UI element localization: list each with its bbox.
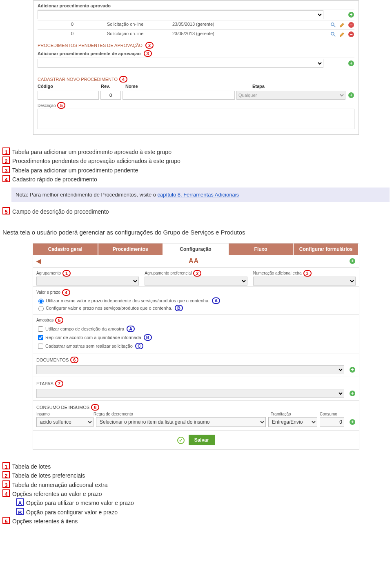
etapa-select[interactable]: Qualquer bbox=[236, 91, 345, 100]
amostra-check-a[interactable] bbox=[38, 326, 43, 332]
date-cell: 23/05/2013 (gerente) bbox=[172, 22, 246, 28]
legend2-num-1: 1 bbox=[2, 462, 10, 469]
consumo-qty-input[interactable] bbox=[320, 417, 344, 427]
callout-5b: 5 bbox=[55, 317, 63, 324]
svg-line-3 bbox=[334, 35, 335, 36]
legend2-letter-B: B bbox=[16, 508, 24, 515]
amostra-check-b[interactable] bbox=[38, 335, 43, 340]
nota-link[interactable]: capítulo 8. Ferramentas Adicionais bbox=[158, 192, 239, 198]
tab-fluxo[interactable]: Fluxo bbox=[229, 243, 294, 255]
origem-cell: Solicitação on-line bbox=[107, 22, 172, 28]
valor-optA-text: Utilizar mesmo valor e prazo independent… bbox=[46, 298, 209, 303]
callout-4b: 4 bbox=[62, 289, 70, 296]
plus-icon: + bbox=[348, 92, 354, 98]
plus-icon: + bbox=[348, 12, 354, 18]
legend2-itemA: Opção para utilizar o mesmo valor e praz… bbox=[26, 500, 134, 506]
agrup-pref-select[interactable] bbox=[145, 277, 247, 286]
valor-prazo-label: Valor e prazo4 bbox=[36, 289, 356, 296]
legend2-item2: Tabela de lotes preferenciais bbox=[12, 472, 85, 479]
callout-3b: 3 bbox=[303, 270, 312, 277]
pendente-select[interactable] bbox=[38, 59, 323, 68]
add-pendente-text: Adicionar procedimento pendente de aprov… bbox=[38, 51, 140, 56]
callout-4: 4 bbox=[119, 76, 127, 83]
cadastrar-title-text: CADASTRAR NOVO PROCEDIMENTO bbox=[38, 77, 118, 82]
add-etapa-button[interactable]: + bbox=[349, 390, 356, 397]
table-row: 0 Solicitação on-line 23/05/2013 (gerent… bbox=[38, 20, 354, 29]
documentos-select[interactable] bbox=[36, 365, 344, 374]
save-button[interactable]: Salvar bbox=[189, 435, 215, 445]
callout-B: B bbox=[175, 305, 183, 311]
header-codigo: Código bbox=[38, 84, 101, 89]
consumo-h-insumo: Insumo bbox=[36, 412, 94, 416]
prev-arrow-icon[interactable]: ◀ bbox=[36, 258, 41, 264]
callout-2b: 2 bbox=[193, 270, 201, 277]
qty-cell: 0 bbox=[38, 31, 107, 38]
descricao-textarea[interactable] bbox=[38, 109, 354, 129]
plus-icon: + bbox=[350, 391, 355, 396]
amostras-label: Amostras5 bbox=[36, 317, 356, 324]
valor-optB-text: Configurar valor e prazo nos serviços/pr… bbox=[46, 306, 172, 310]
nome-input[interactable] bbox=[122, 91, 235, 100]
delete-button[interactable]: − bbox=[348, 22, 354, 28]
etapas-label: ETAPAS bbox=[36, 381, 53, 386]
legend1-item2: Procedimentos pendentes de aprovação adi… bbox=[12, 158, 180, 164]
consumo-regra-select[interactable]: Selecionar o primeiro item da lista gera… bbox=[96, 417, 266, 427]
callout-6: 6 bbox=[70, 357, 78, 363]
legend-2: 1Tabela de lotes 2Tabela de lotes prefer… bbox=[2, 462, 390, 526]
view-icon[interactable] bbox=[330, 22, 336, 28]
legend2-num-2: 2 bbox=[2, 471, 10, 478]
add-novo-button[interactable]: + bbox=[348, 92, 354, 98]
consumo-h-tram: Tramitação bbox=[271, 412, 320, 416]
group-title: AA bbox=[41, 257, 347, 265]
legend-num-2: 2 bbox=[2, 156, 10, 164]
num-extra-label: Numeração adicional extra3 bbox=[253, 270, 356, 277]
aprovado-select[interactable] bbox=[38, 10, 323, 19]
callout-8: 8 bbox=[91, 404, 99, 411]
legend2-item3: Tabela de numeração adicuonal extra bbox=[12, 482, 108, 488]
amostra-check-c[interactable] bbox=[38, 344, 43, 349]
tab-cadastro-geral[interactable]: Cadastro geral bbox=[33, 243, 98, 255]
callout-2: 2 bbox=[145, 42, 154, 49]
tab-procedimentos[interactable]: Procedimentos bbox=[98, 243, 164, 255]
amostra-a-text: Utilizar campo de descrição da amostra bbox=[45, 326, 124, 331]
tab-configuracao[interactable]: Configuração bbox=[163, 243, 229, 255]
add-aprovado-button[interactable]: + bbox=[348, 11, 354, 18]
add-pendente-button[interactable]: + bbox=[348, 60, 354, 67]
callout-5: 5 bbox=[57, 102, 65, 109]
num-extra-select[interactable] bbox=[253, 277, 356, 286]
pendentes-title-text: PROCEDIMENTOS PENDENTES DE APROVAÇÃO bbox=[38, 43, 143, 48]
legend2-item4: Opções referentes ao valor e prazo bbox=[12, 491, 102, 497]
header-etapa: Etapa bbox=[252, 84, 354, 89]
plus-icon: + bbox=[348, 60, 354, 66]
etapas-select[interactable] bbox=[36, 389, 344, 398]
legend-1: 1Tabela para adicionar um procedimento a… bbox=[2, 147, 390, 217]
consumo-insumo-select[interactable]: acido sulfurico bbox=[36, 417, 94, 427]
minus-icon: − bbox=[348, 22, 354, 28]
valor-radio-a[interactable] bbox=[38, 299, 44, 304]
descricao-label: Descrição bbox=[38, 103, 56, 108]
edit-icon[interactable] bbox=[339, 31, 345, 38]
edit-icon[interactable] bbox=[339, 22, 345, 28]
add-group-button[interactable]: + bbox=[349, 258, 356, 264]
legend-num-4: 4 bbox=[2, 175, 10, 182]
add-documento-button[interactable]: + bbox=[349, 366, 356, 373]
consumo-tram-select[interactable]: Entrega/Envio bbox=[268, 417, 317, 427]
add-consumo-button[interactable]: + bbox=[349, 419, 356, 425]
legend2-itemB: Opção para configurar valor e prazo bbox=[26, 509, 118, 516]
plus-icon: + bbox=[350, 419, 355, 425]
codigo-input[interactable] bbox=[38, 91, 99, 100]
callout-A2: A bbox=[127, 326, 135, 332]
view-icon[interactable] bbox=[330, 31, 336, 38]
intro-text-2: Nesta tela o usuário poderá gerenciar as… bbox=[2, 229, 390, 236]
legend-num-1: 1 bbox=[2, 147, 10, 155]
qty-cell: 0 bbox=[38, 22, 107, 28]
svg-point-0 bbox=[331, 23, 334, 26]
valor-radio-b[interactable] bbox=[38, 306, 44, 311]
delete-button[interactable]: − bbox=[348, 31, 354, 38]
date-cell: 23/05/2013 (gerente) bbox=[172, 31, 246, 38]
callout-C: C bbox=[135, 343, 143, 349]
nota-box: Nota: Para melhor entendimento de Proced… bbox=[11, 188, 390, 203]
agrupamento-select[interactable] bbox=[36, 277, 139, 286]
tab-configurar-formularios[interactable]: Configurar formulários bbox=[294, 243, 359, 255]
rev-input[interactable] bbox=[100, 91, 121, 100]
